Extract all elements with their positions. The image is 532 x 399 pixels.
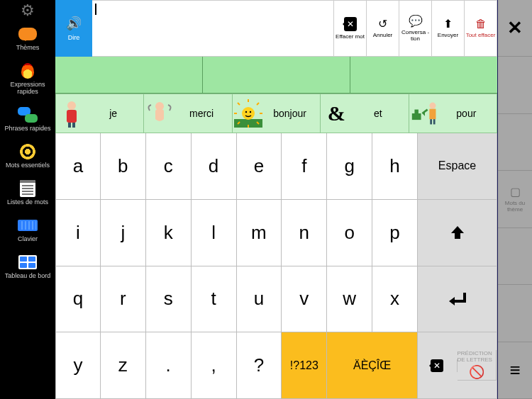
undo-button[interactable]: ↺ Annuler	[367, 0, 399, 57]
message-textbox[interactable]	[92, 0, 334, 57]
button-label: Envoyer	[438, 32, 458, 38]
key-w[interactable]: w	[327, 266, 372, 333]
right-empty-3	[498, 228, 532, 285]
key-l[interactable]: l	[192, 200, 237, 266]
sidebar-label: Thèmes	[16, 44, 40, 51]
word-cell-merci[interactable]: merci	[144, 94, 232, 133]
thanks-icon	[145, 99, 174, 128]
svg-point-20	[429, 103, 436, 109]
svg-point-6	[242, 107, 255, 120]
word-cell-je[interactable]: je	[55, 94, 144, 133]
word-cell-pour[interactable]: pour	[409, 94, 497, 133]
key-c[interactable]: c	[146, 133, 192, 200]
backspace-icon: ✕	[344, 17, 357, 31]
key-backspace[interactable]: ✕	[418, 359, 458, 372]
sidebar-label: Phrases rapides	[4, 125, 50, 132]
share-icon: ⬆	[443, 18, 453, 30]
key-x[interactable]: x	[372, 266, 418, 333]
prediction-slot[interactable]	[55, 57, 203, 94]
key-comma[interactable]: ,	[192, 332, 237, 399]
key-e[interactable]: e	[237, 133, 282, 200]
key-a[interactable]: a	[55, 133, 101, 200]
svg-rect-3	[72, 123, 75, 128]
enter-icon	[449, 291, 466, 307]
sidebar-label: Expressions rapides	[1, 81, 54, 95]
key-space[interactable]: Espace	[418, 133, 497, 200]
bottom-right-group: ✕ PRÉDICTION DE LETTRES 🚫	[418, 332, 497, 399]
sidebar-item-expressions[interactable]: Expressions rapides	[0, 58, 55, 102]
key-i[interactable]: i	[55, 200, 101, 266]
key-accents[interactable]: ÄÈÇÎŒ	[327, 332, 418, 399]
key-j[interactable]: j	[101, 200, 146, 266]
svg-point-16	[250, 111, 251, 113]
button-label: Effacer mot	[336, 33, 365, 40]
key-enter[interactable]	[418, 266, 497, 333]
ampersand-icon: &	[322, 99, 350, 128]
sidebar-item-keyboard[interactable]: Clavier	[0, 213, 55, 249]
dashboard-icon	[17, 254, 38, 271]
speaker-icon: 🔊	[66, 16, 82, 31]
key-m[interactable]: m	[237, 200, 282, 266]
key-f[interactable]: f	[282, 133, 327, 200]
left-sidebar: ⚙ Thèmes Expressions rapides Phrases rap…	[0, 0, 55, 399]
key-period[interactable]: .	[146, 332, 192, 399]
prediction-slot[interactable]	[203, 57, 350, 94]
close-button[interactable]: ✕	[498, 0, 532, 57]
svg-point-0	[67, 101, 76, 110]
word-cell-et[interactable]: & et	[321, 94, 409, 133]
key-u[interactable]: u	[237, 266, 282, 333]
svg-rect-2	[68, 123, 71, 128]
conversation-button[interactable]: 💬 Conversa - tion	[399, 0, 432, 57]
prediction-label: PRÉDICTION DE LETTRES	[458, 350, 497, 363]
prediction-slot[interactable]	[350, 57, 497, 94]
say-button[interactable]: 🔊 Dire	[55, 0, 92, 57]
sun-icon	[234, 99, 262, 128]
svg-line-12	[257, 103, 259, 105]
key-o[interactable]: o	[327, 200, 372, 266]
key-v[interactable]: v	[282, 266, 327, 333]
say-label: Dire	[68, 34, 80, 41]
give-icon	[411, 99, 439, 128]
speech-bubble-icon	[17, 26, 38, 43]
key-z[interactable]: z	[101, 332, 146, 399]
send-button[interactable]: ⬆ Envoyer	[432, 0, 465, 57]
word-label: merci	[175, 108, 230, 119]
key-question[interactable]: ?	[237, 332, 282, 399]
key-k[interactable]: k	[146, 200, 192, 266]
prohibited-icon: 🚫	[469, 364, 484, 380]
key-numbers[interactable]: !?123	[282, 332, 327, 399]
card-icon: ▢	[510, 185, 521, 198]
sidebar-item-phrases[interactable]: Phrases rapides	[0, 102, 55, 139]
right-empty-4	[498, 285, 532, 342]
keyboard-area: a b c d e f g h Espace i j k l m n o p q…	[55, 133, 497, 399]
button-label: Conversa - tion	[399, 29, 431, 42]
sidebar-label: Tableau de bord	[5, 272, 51, 279]
sidebar-item-dashboard[interactable]: Tableau de bord	[0, 249, 55, 286]
key-shift[interactable]	[418, 200, 497, 266]
sidebar-item-essential-words[interactable]: Mots essentiels	[0, 139, 55, 176]
key-b[interactable]: b	[101, 133, 146, 200]
key-q[interactable]: q	[55, 266, 101, 333]
key-s[interactable]: s	[146, 266, 192, 333]
word-cell-bonjour[interactable]: bonjour	[233, 94, 321, 133]
key-d[interactable]: d	[192, 133, 237, 200]
theme-words-button[interactable]: ▢ Mots du thème	[498, 171, 532, 227]
svg-rect-21	[429, 109, 436, 120]
key-r[interactable]: r	[101, 266, 146, 333]
sidebar-item-word-lists[interactable]: Listes de mots	[0, 176, 55, 213]
key-p[interactable]: p	[372, 200, 418, 266]
menu-button[interactable]: ≡	[498, 342, 532, 399]
key-g[interactable]: g	[327, 133, 372, 200]
sidebar-item-themes[interactable]: Thèmes	[0, 21, 55, 58]
key-t[interactable]: t	[192, 266, 237, 333]
trash-icon: 🗑	[475, 18, 487, 30]
key-y[interactable]: y	[55, 332, 101, 399]
settings-gear-icon[interactable]: ⚙	[0, 0, 55, 21]
key-h[interactable]: h	[372, 133, 418, 200]
key-n[interactable]: n	[282, 200, 327, 266]
delete-word-button[interactable]: ✕ Effacer mot	[334, 0, 367, 57]
clear-all-button[interactable]: 🗑 Tout effacer	[465, 0, 497, 57]
double-bubble-icon	[17, 106, 38, 123]
sidebar-label: Listes de mots	[7, 198, 48, 206]
flame-icon	[17, 62, 38, 79]
